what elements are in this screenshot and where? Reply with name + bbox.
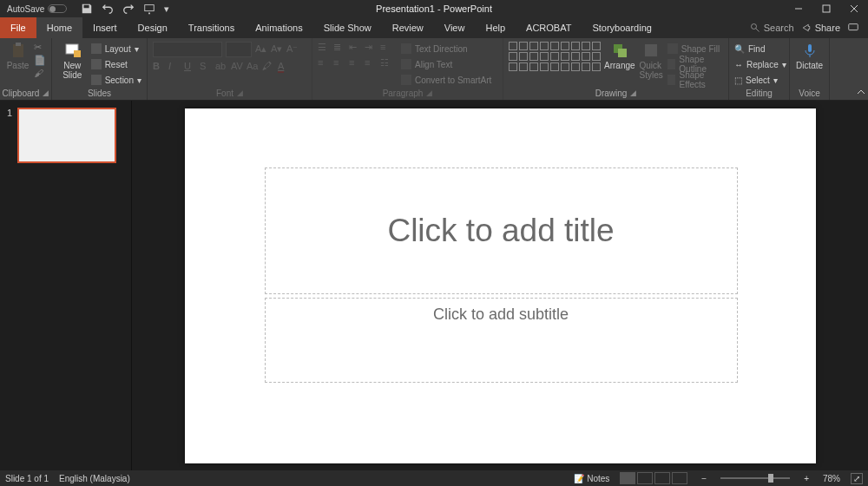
- new-slide-button[interactable]: New Slide: [57, 42, 88, 80]
- char-spacing-icon[interactable]: AV: [231, 61, 243, 73]
- mic-icon: [801, 42, 819, 59]
- language-label[interactable]: English (Malaysia): [59, 474, 130, 483]
- svg-point-5: [751, 24, 756, 30]
- comments-icon[interactable]: [847, 22, 859, 34]
- layout-button[interactable]: Layout ▾: [91, 42, 141, 56]
- tab-help[interactable]: Help: [475, 17, 516, 38]
- slide-canvas-area[interactable]: Click to add title Click to add subtitle: [132, 101, 868, 470]
- svg-rect-13: [618, 49, 627, 57]
- format-painter-icon[interactable]: 🖌: [34, 68, 46, 78]
- increase-font-icon[interactable]: A▴: [255, 43, 267, 56]
- tab-slideshow[interactable]: Slide Show: [313, 17, 382, 38]
- copy-icon[interactable]: 📄: [34, 55, 46, 66]
- font-color-icon[interactable]: A: [278, 61, 290, 73]
- section-button[interactable]: Section ▾: [91, 73, 141, 87]
- fit-to-window-button[interactable]: ⤢: [851, 473, 863, 484]
- start-slideshow-icon[interactable]: [143, 3, 155, 15]
- find-button[interactable]: 🔍Find: [734, 42, 786, 56]
- normal-view-button[interactable]: [620, 472, 635, 484]
- italic-icon[interactable]: I: [168, 61, 181, 73]
- zoom-out-button[interactable]: −: [698, 474, 710, 483]
- notes-button[interactable]: 📝 Notes: [574, 474, 609, 483]
- bullets-icon[interactable]: ☰: [318, 42, 330, 54]
- zoom-in-button[interactable]: +: [800, 474, 812, 483]
- undo-icon[interactable]: [102, 3, 114, 15]
- dialog-launcher-icon[interactable]: ◢: [426, 89, 432, 97]
- svg-rect-8: [13, 44, 23, 57]
- minimize-button[interactable]: [785, 0, 812, 17]
- slideshow-view-button[interactable]: [672, 472, 687, 484]
- title-placeholder[interactable]: Click to add title: [265, 167, 738, 294]
- arrange-icon: [611, 42, 628, 59]
- align-right-icon[interactable]: ≡: [349, 57, 361, 69]
- collapse-ribbon-button[interactable]: [854, 38, 868, 100]
- tab-view[interactable]: View: [434, 17, 476, 38]
- shapes-gallery[interactable]: [509, 42, 601, 71]
- font-family-combo[interactable]: [153, 42, 222, 57]
- tab-design[interactable]: Design: [128, 17, 178, 38]
- dialog-launcher-icon[interactable]: ◢: [630, 89, 636, 97]
- reset-button[interactable]: Reset: [91, 57, 141, 71]
- tab-review[interactable]: Review: [382, 17, 434, 38]
- maximize-button[interactable]: [812, 0, 840, 17]
- decrease-font-icon[interactable]: A▾: [271, 43, 283, 56]
- select-button[interactable]: ⬚Select ▾: [734, 73, 786, 87]
- align-left-icon[interactable]: ≡: [318, 57, 330, 69]
- align-text-button[interactable]: Align Text: [401, 57, 491, 71]
- tab-home[interactable]: Home: [36, 17, 82, 38]
- tab-acrobat[interactable]: ACROBAT: [516, 17, 582, 38]
- dialog-launcher-icon[interactable]: ◢: [237, 89, 243, 97]
- font-group-label: Font: [216, 89, 233, 98]
- tab-transitions[interactable]: Transitions: [178, 17, 245, 38]
- share-button[interactable]: Share: [801, 23, 840, 33]
- find-icon: 🔍: [734, 44, 745, 54]
- editing-group-label: Editing: [746, 89, 773, 98]
- dialog-launcher-icon[interactable]: ◢: [43, 89, 49, 97]
- shape-effects-button[interactable]: Shape Effects: [667, 73, 723, 87]
- replace-button[interactable]: ↔Replace ▾: [734, 57, 786, 71]
- shadow-icon[interactable]: ab: [215, 61, 227, 73]
- columns-icon[interactable]: ☷: [380, 57, 392, 69]
- search-input[interactable]: Search: [750, 23, 794, 33]
- cut-icon[interactable]: ✂: [34, 42, 46, 53]
- shape-fill-button[interactable]: Shape Fill: [667, 42, 723, 56]
- tab-file[interactable]: File: [0, 17, 36, 38]
- line-spacing-icon[interactable]: ≡: [380, 42, 392, 54]
- paste-button[interactable]: Paste: [5, 42, 30, 70]
- slide-thumbnail[interactable]: [17, 108, 116, 163]
- clear-format-icon[interactable]: A⁻: [286, 43, 299, 56]
- tab-storyboarding[interactable]: Storyboarding: [582, 17, 662, 38]
- tab-animations[interactable]: Animations: [245, 17, 312, 38]
- arrange-button[interactable]: Arrange: [604, 42, 635, 70]
- redo-icon[interactable]: [122, 3, 135, 15]
- highlight-icon[interactable]: 🖍: [262, 61, 274, 73]
- qat-dropdown-icon[interactable]: ▾: [164, 3, 169, 15]
- svg-rect-15: [808, 44, 812, 52]
- align-center-icon[interactable]: ≡: [333, 57, 345, 69]
- zoom-slider[interactable]: [720, 477, 790, 479]
- save-icon[interactable]: [81, 3, 93, 15]
- close-button[interactable]: [840, 0, 868, 17]
- numbering-icon[interactable]: ≣: [333, 42, 345, 54]
- shape-outline-button[interactable]: Shape Outline: [667, 57, 723, 71]
- slide-count-label[interactable]: Slide 1 of 1: [5, 474, 49, 483]
- autosave-toggle[interactable]: AutoSave: [7, 4, 67, 14]
- text-direction-button[interactable]: Text Direction: [401, 42, 491, 56]
- justify-icon[interactable]: ≡: [365, 57, 377, 69]
- font-size-combo[interactable]: [226, 42, 252, 57]
- decrease-indent-icon[interactable]: ⇤: [349, 42, 361, 54]
- tab-insert[interactable]: Insert: [82, 17, 128, 38]
- change-case-icon[interactable]: Aa: [247, 61, 259, 73]
- sorter-view-button[interactable]: [637, 472, 653, 484]
- smartart-button[interactable]: Convert to SmartArt: [401, 73, 491, 87]
- quick-styles-button[interactable]: Quick Styles: [639, 42, 664, 80]
- dictate-button[interactable]: Dictate: [795, 42, 824, 70]
- bold-icon[interactable]: B: [153, 61, 165, 73]
- increase-indent-icon[interactable]: ⇥: [365, 42, 377, 54]
- underline-icon[interactable]: U: [184, 61, 196, 73]
- smartart-icon: [401, 75, 411, 85]
- reading-view-button[interactable]: [654, 472, 670, 484]
- subtitle-placeholder[interactable]: Click to add subtitle: [265, 298, 738, 383]
- zoom-level-label[interactable]: 78%: [823, 474, 840, 483]
- strike-icon[interactable]: S: [200, 61, 212, 73]
